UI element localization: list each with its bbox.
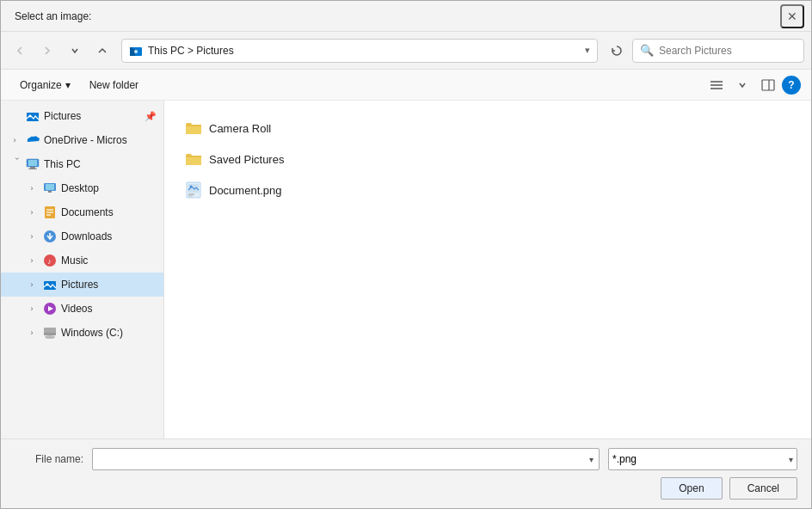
main-area: Pictures 📌 › OneDrive - Micros › This PC <box>1 101 811 438</box>
up-icon <box>97 46 108 56</box>
sidebar-item-label: Desktop <box>61 182 99 194</box>
forward-icon <box>42 46 52 56</box>
svg-rect-17 <box>48 191 52 193</box>
search-icon: 🔍 <box>640 44 654 57</box>
sidebar-item-label: Windows (C:) <box>61 327 123 339</box>
sidebar-item-desktop[interactable]: › Desktop <box>1 176 163 200</box>
up-button[interactable] <box>90 39 114 63</box>
address-bar-icon <box>129 44 143 58</box>
file-name: Saved Pictures <box>209 153 284 166</box>
search-input[interactable] <box>659 45 797 57</box>
back-button[interactable] <box>8 39 32 63</box>
folder-icon <box>185 150 202 168</box>
filename-dropdown-icon[interactable]: ▾ <box>587 455 595 464</box>
desktop-icon <box>42 181 58 196</box>
svg-rect-14 <box>28 169 37 169</box>
help-label: ? <box>788 79 794 91</box>
chevron-expanded-icon: › <box>8 157 22 171</box>
file-name: Document.png <box>209 184 282 197</box>
svg-rect-31 <box>44 333 56 335</box>
music-icon: ♪ <box>42 253 58 268</box>
sidebar-item-windows[interactable]: › Windows (C:) <box>1 321 163 345</box>
organize-label: Organize <box>20 79 62 91</box>
sidebar-item-videos[interactable]: › Videos <box>1 297 163 321</box>
view-list-icon <box>710 79 723 91</box>
view-options-button[interactable] <box>730 73 754 97</box>
chevron-icon: › <box>25 230 39 243</box>
back-icon <box>15 46 25 56</box>
sidebar-item-label: Documents <box>61 206 114 218</box>
address-bar[interactable]: This PC > Pictures ▾ <box>121 39 598 63</box>
filetype-select[interactable]: *.png *.jpg *.jpeg *.bmp *.gif All Files… <box>612 453 789 465</box>
address-chevron: ▾ <box>585 45 590 56</box>
refresh-button[interactable] <box>605 39 629 63</box>
svg-rect-13 <box>30 167 35 169</box>
image-file-icon <box>185 181 202 199</box>
cancel-button[interactable]: Cancel <box>729 477 797 500</box>
onedrive-icon <box>25 132 40 148</box>
pictures-icon <box>25 108 40 124</box>
sidebar-item-music[interactable]: › ♪ Music <box>1 248 163 273</box>
new-folder-label: New folder <box>89 79 138 91</box>
chevron-icon: › <box>25 302 39 316</box>
svg-point-35 <box>190 186 193 188</box>
sidebar-item-downloads[interactable]: › Downloads <box>1 224 163 248</box>
preview-pane-icon <box>761 79 775 91</box>
new-folder-button[interactable]: New folder <box>81 74 147 96</box>
view-options-chevron-icon <box>738 81 747 89</box>
file-item-camera-roll[interactable]: Camera Roll <box>178 114 797 142</box>
folder-icon <box>185 120 202 137</box>
preview-pane-button[interactable] <box>756 73 780 97</box>
videos-icon <box>42 301 58 316</box>
sidebar-item-documents[interactable]: › Documents <box>1 200 163 224</box>
filetype-chevron-icon: ▾ <box>789 455 793 464</box>
view-list-button[interactable] <box>704 73 729 97</box>
file-item-saved-pictures[interactable]: Saved Pictures <box>178 145 797 173</box>
dialog-title: Select an image: <box>15 10 91 22</box>
sidebar-item-label: OneDrive - Micros <box>44 134 127 146</box>
file-item-document-png[interactable]: Document.png <box>178 176 797 204</box>
filetype-select-wrap[interactable]: *.png *.jpg *.jpeg *.bmp *.gif All Files… <box>608 448 797 470</box>
chevron-icon: › <box>25 181 39 195</box>
svg-rect-7 <box>762 80 774 90</box>
forward-button[interactable] <box>35 39 59 63</box>
svg-rect-12 <box>28 160 37 166</box>
chevron-icon: › <box>25 205 39 219</box>
address-path: This PC > Pictures <box>148 45 580 57</box>
refresh-icon <box>611 45 623 57</box>
svg-rect-16 <box>46 184 54 190</box>
close-button[interactable]: ✕ <box>780 4 804 28</box>
pin-icon: 📌 <box>145 111 157 122</box>
dropdown-recent-button[interactable] <box>63 39 87 63</box>
sidebar-item-pictures-pinned[interactable]: Pictures 📌 <box>1 104 163 128</box>
toolbar: Organize ▾ New folder <box>1 70 811 101</box>
thispc-icon <box>25 156 40 172</box>
filename-input[interactable] <box>96 453 587 465</box>
nav-bar: This PC > Pictures ▾ 🔍 <box>1 32 811 70</box>
filename-row: File name: ▾ *.png *.jpg *.jpeg *.bmp *.… <box>15 448 797 470</box>
file-name: Camera Roll <box>209 122 271 135</box>
chevron-icon: › <box>25 254 39 267</box>
chevron-icon: › <box>25 278 39 291</box>
sidebar-item-label: Pictures <box>61 279 98 291</box>
sidebar-item-thispc[interactable]: › This PC <box>1 152 163 176</box>
sidebar-item-label: Videos <box>61 303 92 315</box>
downloads-icon <box>42 229 58 244</box>
sidebar-item-onedrive[interactable]: › OneDrive - Micros <box>1 128 163 152</box>
svg-point-32 <box>45 335 55 339</box>
organize-button[interactable]: Organize ▾ <box>11 74 79 96</box>
search-box[interactable]: 🔍 <box>632 39 804 63</box>
sidebar-item-pictures[interactable]: › Pictures <box>1 273 163 297</box>
filename-input-wrap[interactable]: ▾ <box>92 448 600 470</box>
title-bar: Select an image: ✕ <box>1 1 811 32</box>
documents-icon <box>42 205 58 220</box>
chevron-icon <box>8 109 22 123</box>
file-content-area: Camera Roll Saved Pictures <box>164 101 811 438</box>
sidebar-item-label: Music <box>61 254 88 267</box>
open-button[interactable]: Open <box>661 477 722 500</box>
footer-buttons: Open Cancel <box>15 477 797 500</box>
pictures-folder-icon <box>42 277 58 292</box>
help-button[interactable]: ? <box>782 76 801 95</box>
svg-rect-1 <box>130 49 135 56</box>
svg-point-3 <box>134 50 138 53</box>
